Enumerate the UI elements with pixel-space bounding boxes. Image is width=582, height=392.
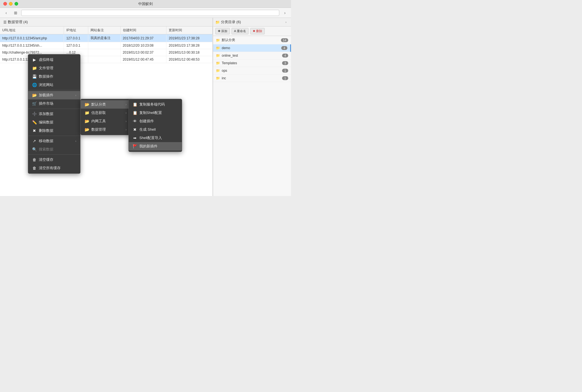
maximize-button[interactable] [15,2,18,6]
back-button[interactable]: ‹ [2,9,10,16]
minimize-button[interactable] [9,2,13,6]
ctx-gen-shell[interactable]: ✖ 生成 Shell [129,125,182,134]
category-item[interactable]: 📁 默认分类 14 [213,36,291,44]
sidebar-actions: ✚ 添加 A 重命名 ✖ 删除 [213,27,291,36]
ctx-load-plugin[interactable]: 📂 加载插件 › [28,91,80,99]
ctx-file-manage[interactable]: 📁 文件管理 [28,64,80,72]
folder-icon: 📁 [216,54,220,58]
folder-icon: 📁 [216,69,220,73]
col-note: 网站备注 [88,27,120,34]
category-name: Templates [222,61,280,65]
address-bar[interactable] [21,10,279,16]
context-menu-1[interactable]: ▶ 虚拟终端 📁 文件管理 💾 数据操作 🌐 浏览网站 📂 加载插件 › 🛒 插… [28,54,80,174]
sidebar-title: 分类目录 (6) [221,20,241,25]
data-panel-header: ☰ 数据管理 (4) [0,18,213,27]
folder-open-icon: 📂 [85,102,89,107]
arrow-icon-2: › [75,140,76,143]
copy-icon-2: 📋 [133,111,137,115]
terminal-icon: ▶ [32,58,37,62]
arrow-icon: › [75,94,76,97]
category-item[interactable]: 📁 Templates 3 [213,59,291,67]
shop-icon: 🛒 [32,101,37,106]
rename-category-button[interactable]: A 重命名 [232,28,249,34]
sidebar-expand-icon[interactable]: › [283,21,289,24]
ctx-add-data[interactable]: ➕ 添加数据 [28,110,80,118]
flag-icon: 🚩 [133,144,137,149]
folder-icon: 📁 [216,46,220,50]
import-icon: ➡ [133,136,137,140]
ctx-data-manage[interactable]: 📂 数据管理 › [81,125,130,134]
category-item[interactable]: 📁 online_test 4 [213,52,291,59]
col-url: URL地址 [0,27,64,34]
ctx-browse-site[interactable]: 🌐 浏览网站 [28,81,80,89]
toolbar: ‹ ⊞ › [0,8,291,18]
category-count: 4 [282,54,288,58]
delete-category-button[interactable]: ✖ 删除 [250,28,265,34]
sidebar: 📁 分类目录 (6) › ✚ 添加 A 重命名 ✖ 删除 📁 默认分类 14 📁… [213,18,291,196]
folder-net-icon: 📂 [85,119,89,123]
shell-icon: ✖ [133,127,137,132]
table-row[interactable]: http://127.0.0.1:12345/ant.php127.0.0.1我… [0,34,213,42]
category-item[interactable]: 📁 ops 1 [213,67,291,75]
folder-icon: 📁 [216,76,220,80]
table-row[interactable]: http://127.0.0.1:12345/sh...127.0.0.1201… [0,42,213,49]
folder-icon: 📁 [216,61,220,65]
arrow-icon-4: › [126,111,127,114]
eye-icon: 👁 [133,119,137,123]
col-created: 创建时间 [120,27,166,34]
category-count: 14 [281,38,288,42]
sidebar-header: 📁 分类目录 (6) › [213,18,291,27]
ctx-copy-server-code[interactable]: 📋 复制服务端代码 [129,100,182,109]
ctx-copy-shell-config[interactable]: 📋 复制Shell配置 [129,109,182,117]
category-name: 默认分类 [222,38,279,42]
ctx-edit-data[interactable]: ✏️ 编辑数据 [28,118,80,126]
close-button[interactable] [3,2,7,6]
ctx-clear-cache[interactable]: 🗑 清空缓存 [28,156,80,164]
search-icon: 🔍 [32,147,37,152]
db-icon: 💾 [32,74,37,79]
ctx-intranet-tools[interactable]: 📂 内网工具 › [81,117,130,125]
ctx-my-new-plugin[interactable]: 🚩 我的新插件 [129,142,182,150]
separator-1 [28,90,80,90]
ctx-plugin-market[interactable]: 🛒 插件市场 [28,99,80,108]
ctx-data-ops[interactable]: 💾 数据操作 [28,72,80,81]
app-title: 中国蚁剑 [138,1,153,6]
category-item[interactable]: 📁 demo 4 [213,44,291,52]
category-count: 1 [282,69,288,73]
category-name: demo [222,46,280,50]
file-icon: 📁 [32,66,37,70]
folder-db-icon: 📂 [85,127,89,132]
edit-icon: ✏️ [32,120,37,125]
plugin-icon: 📂 [32,93,37,97]
add-category-button[interactable]: ✚ 添加 [215,28,230,34]
ctx-clear-all-cache[interactable]: 🗑 清空所有缓存 [28,164,80,172]
separator-2 [28,109,80,109]
trash-icon-2: 🗑 [32,166,37,170]
col-updated: 更新时间 [166,27,213,34]
data-panel-title: 数据管理 (4) [8,20,28,25]
web-icon: 🌐 [32,83,37,87]
trash-icon-1: 🗑 [32,157,37,162]
ctx-virtual-terminal[interactable]: ▶ 虚拟终端 [28,56,80,64]
category-name: online_test [222,54,280,58]
move-icon: ↗ [32,139,37,143]
context-menu-2[interactable]: 📂 默认分类 › 📁 信息获取 › 📂 内网工具 › 📂 数据管理 › [80,99,131,135]
ctx-shell-config-import[interactable]: ➡ Shell配置导入 [129,134,182,142]
add-icon: ➕ [32,112,37,116]
ctx-create-plugin[interactable]: 👁 创建插件 [129,117,182,125]
grid-button[interactable]: ⊞ [12,9,20,16]
category-count: 4 [281,46,287,50]
separator-4 [28,154,80,155]
folder-icon: 📁 [215,20,220,24]
ctx-move-data[interactable]: ↗ 移动数据 › [28,137,80,145]
ctx-default-category[interactable]: 📂 默认分类 › [81,100,130,109]
context-menu-3[interactable]: 📋 复制服务端代码 📋 复制Shell配置 👁 创建插件 ✖ 生成 Shell … [128,99,182,152]
titlebar: 中国蚁剑 [0,0,291,8]
folder-info-icon: 📁 [85,111,89,115]
ctx-delete-data[interactable]: ✖ 删除数据 [28,126,80,135]
category-item[interactable]: 📁 inc 1 [213,75,291,82]
ctx-info-collect[interactable]: 📁 信息获取 › [81,109,130,117]
forward-button[interactable]: › [281,9,289,16]
category-name: inc [222,76,280,80]
window-controls[interactable] [3,2,18,6]
